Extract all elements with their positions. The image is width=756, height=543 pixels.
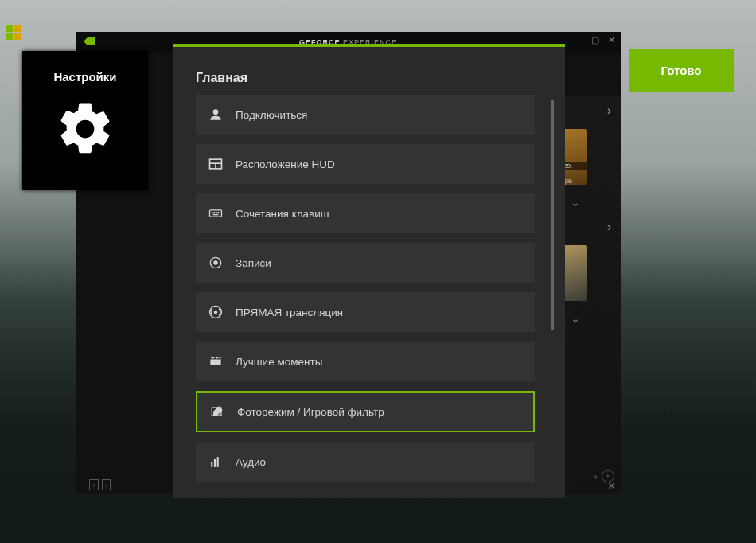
close-icon[interactable]: ✕ — [607, 480, 616, 492]
nvidia-logo-icon — [84, 37, 95, 45]
svg-point-11 — [214, 311, 216, 313]
taskbar-icon — [6, 25, 21, 40]
gear-icon — [54, 98, 116, 160]
menu-item-hud[interactable]: Расположение HUD — [196, 144, 535, 184]
pager: ‹ › — [89, 479, 111, 490]
menu-item-label: Сочетания клавиш — [236, 208, 329, 220]
svg-rect-3 — [210, 210, 222, 217]
svg-rect-16 — [217, 457, 219, 467]
menu-item-records[interactable]: Записи — [196, 243, 535, 283]
pager-next[interactable]: › — [102, 479, 111, 490]
minimize-icon[interactable]: – — [578, 35, 583, 45]
menu-item-shortcuts[interactable]: Сочетания клавиш — [196, 193, 535, 233]
svg-point-6 — [216, 213, 216, 213]
clapper-icon — [207, 353, 224, 370]
done-button[interactable]: Готово — [629, 49, 734, 92]
maximize-icon[interactable]: ▢ — [591, 35, 600, 45]
svg-point-10 — [214, 261, 217, 264]
settings-card-title: Настройки — [53, 70, 116, 84]
scrollbar[interactable] — [551, 100, 554, 330]
menu-item-audio[interactable]: Аудио — [196, 442, 535, 482]
menu-item-label: ПРЯМАЯ трансляция — [236, 307, 343, 318]
menu-item-label: Подключиться — [236, 109, 307, 121]
svg-point-5 — [214, 213, 215, 213]
keyboard-icon — [207, 205, 224, 222]
menu-item-photo-mode[interactable]: Фоторежим / Игровой фильтр — [196, 391, 535, 432]
menu-item-label: Фоторежим / Игровой фильтр — [237, 406, 384, 418]
menu-item-label: Записи — [236, 257, 271, 269]
done-button-label: Готово — [661, 64, 701, 77]
edit-photo-icon — [208, 403, 226, 420]
menu-item-highlights[interactable]: Лучшие моменты — [196, 342, 535, 381]
menu-item-label: Расположение HUD — [236, 158, 335, 170]
menu-item-label: Аудио — [236, 456, 266, 468]
target-icon — [207, 254, 224, 272]
settings-menu-list: Подключиться Расположение HUD Сочетания … — [196, 95, 535, 498]
menu-item-broadcast[interactable]: ПРЯМАЯ трансляция — [196, 292, 535, 332]
pager-prev[interactable]: ‹ — [89, 479, 99, 490]
svg-point-4 — [212, 213, 212, 213]
menu-item-connect[interactable]: Подключиться — [196, 95, 535, 135]
svg-point-7 — [218, 213, 219, 213]
close-icon[interactable]: ✕ — [608, 35, 616, 45]
overlay-header: Главная — [173, 47, 565, 95]
settings-overlay-panel: Главная Подключиться Расположение HUD — [173, 44, 565, 498]
svg-rect-14 — [211, 462, 212, 467]
user-icon — [207, 106, 224, 123]
svg-rect-15 — [214, 459, 216, 467]
broadcast-icon — [207, 303, 224, 321]
equalizer-icon — [207, 453, 224, 471]
layout-icon — [207, 155, 224, 173]
settings-card[interactable]: Настройки — [22, 51, 148, 190]
menu-item-label: Лучшие моменты — [236, 356, 322, 368]
